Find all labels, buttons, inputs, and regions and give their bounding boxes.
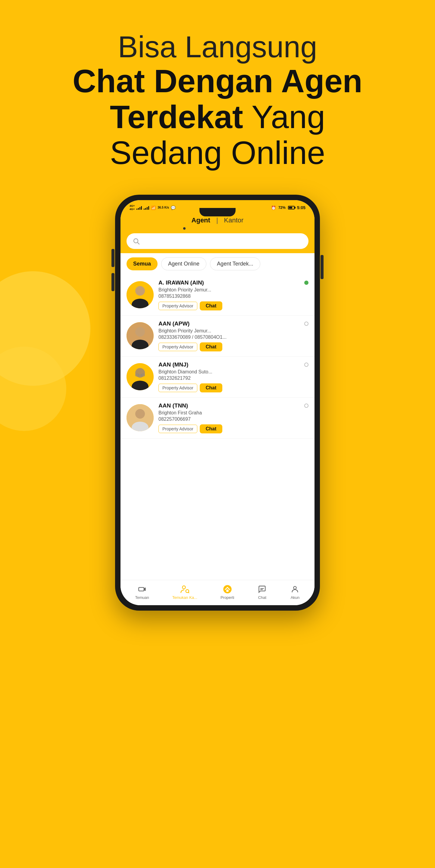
hero-line2: Chat Dengan Agen: [0, 63, 435, 99]
nav-label-temuan: Temuan: [135, 595, 149, 600]
svg-line-1: [138, 242, 139, 244]
network-info: 4G+ 4G+: [130, 204, 135, 211]
account-icon: [290, 584, 300, 594]
nav-label-properti: Properti: [221, 595, 234, 600]
nav-temuan[interactable]: Temuan: [135, 584, 149, 600]
svg-point-22: [223, 585, 232, 594]
nav-akun[interactable]: Akun: [290, 584, 300, 600]
search-bar[interactable]: [127, 233, 308, 249]
agent-branch: Brighton First Graha: [159, 410, 308, 415]
hero-line3-normal: Yang: [243, 98, 325, 135]
agent-name-row: AAN (TNN): [159, 402, 308, 409]
tab-active-indicator: [183, 227, 186, 230]
signal-bars-2: [144, 206, 149, 210]
status-left: 4G+ 4G+ 📶: [130, 204, 176, 211]
agent-info: AAN (TNN) Brighton First Graha 082257006…: [159, 402, 308, 433]
svg-rect-17: [139, 588, 144, 591]
role-badge: Property Advisor: [159, 343, 197, 351]
hero-line1: Bisa Langsung: [0, 30, 435, 63]
battery-percent: 72%: [278, 206, 286, 210]
agent-phone: 082333670089 / 08570804O1...: [159, 335, 308, 340]
role-badge: Property Advisor: [159, 425, 197, 433]
avatar: [127, 363, 154, 390]
agent-actions: Property Advisor Chat: [159, 383, 308, 393]
table-row: A. IRAWAN (AIN) Brighton Priority Jemur.…: [121, 275, 314, 315]
search-icon: [133, 238, 140, 245]
nav-label-akun: Akun: [291, 595, 300, 600]
battery-fill: [289, 207, 293, 209]
svg-point-19: [182, 586, 186, 589]
filter-semua[interactable]: Semua: [127, 257, 158, 270]
svg-point-26: [294, 587, 296, 589]
nav-label-temukan: Temukan Ka...: [172, 595, 197, 600]
filter-agent-terdekat[interactable]: Agent Terdek...: [210, 257, 260, 270]
hero-section: Bisa Langsung Chat Dengan Agen Terdekat …: [0, 0, 435, 189]
status-dot-online: [304, 281, 308, 285]
hero-line3-bold: Terdekat: [110, 98, 243, 135]
agent-info: A. IRAWAN (AIN) Brighton Priority Jemur.…: [159, 279, 308, 310]
wifi-icon: 📶: [151, 206, 156, 210]
agent-phone: 081232621792: [159, 375, 308, 381]
agent-name-row: AAN (MNJ): [159, 361, 308, 368]
status-dot-offline: [304, 363, 308, 367]
search-input[interactable]: [144, 239, 302, 244]
svg-line-21: [189, 592, 190, 593]
search-section: [121, 230, 314, 253]
video-icon: [137, 584, 147, 594]
tab-agent[interactable]: Agent: [192, 216, 210, 224]
agent-name: AAN (MNJ): [159, 361, 188, 368]
status-dot-offline: [304, 404, 308, 408]
agent-name: AAN (TNN): [159, 402, 188, 409]
agent-name: A. IRAWAN (AIN): [159, 279, 204, 286]
hero-line3: Terdekat Yang: [0, 99, 435, 135]
phone-mockup: 4G+ 4G+ 📶: [115, 195, 320, 611]
filter-agent-online[interactable]: Agent Online: [161, 257, 206, 270]
filter-chips: Semua Agent Online Agent Terdek...: [121, 253, 314, 275]
svg-point-3: [135, 286, 145, 296]
status-right: ⏰ 72% 5:05: [271, 205, 305, 210]
nav-temukan[interactable]: Temukan Ka...: [172, 584, 197, 600]
time-display: 5:05: [297, 205, 305, 210]
agent-name-row: A. IRAWAN (AIN): [159, 279, 308, 286]
agent-phone: 082257006697: [159, 416, 308, 422]
role-badge: Property Advisor: [159, 384, 197, 392]
chat-button[interactable]: Chat: [200, 342, 223, 351]
agent-list: A. IRAWAN (AIN) Brighton Priority Jemur.…: [121, 275, 314, 580]
hero-line4: Sedang Online: [0, 135, 435, 171]
avatar: [127, 281, 154, 308]
signal-bars: [136, 206, 142, 210]
chat-button[interactable]: Chat: [200, 301, 223, 310]
agent-info: AAN (MNJ) Brighton Diamond Suto... 08123…: [159, 361, 308, 393]
agent-branch: Brighton Priority Jemur...: [159, 328, 308, 334]
avatar: [127, 404, 154, 431]
agent-info: AAN (APW) Brighton Priority Jemur... 082…: [159, 320, 308, 351]
table-row: AAN (MNJ) Brighton Diamond Suto... 08123…: [121, 356, 314, 398]
agent-phone: 087851392868: [159, 293, 308, 299]
search-person-icon: [180, 584, 190, 594]
whatsapp-icon: 💬: [171, 206, 176, 210]
agent-actions: Property Advisor Chat: [159, 342, 308, 351]
phone-wrapper: 4G+ 4G+ 📶: [0, 195, 435, 611]
chat-button[interactable]: Chat: [200, 383, 223, 393]
nav-properti[interactable]: Properti: [221, 584, 234, 600]
nav-label-chat: Chat: [258, 595, 266, 600]
chat-button[interactable]: Chat: [200, 424, 223, 433]
phone-screen: 4G+ 4G+ 📶: [121, 200, 314, 605]
chat-icon: [257, 584, 267, 594]
app-tabs: Agent | Kantor: [121, 216, 314, 227]
tab-divider: |: [216, 216, 218, 224]
svg-rect-23: [226, 590, 229, 592]
phone-volume-button: [111, 273, 114, 291]
agent-name: AAN (APW): [159, 320, 190, 327]
svg-point-6: [135, 327, 145, 337]
table-row: AAN (TNN) Brighton First Graha 082257006…: [121, 398, 314, 438]
home-circle-icon: [223, 584, 232, 594]
avatar: [127, 322, 154, 349]
network-speed: 36.5 K/s: [158, 206, 169, 210]
svg-point-15: [135, 409, 145, 418]
battery-icon: [288, 206, 295, 210]
role-badge: Property Advisor: [159, 302, 197, 310]
tab-kantor[interactable]: Kantor: [224, 216, 244, 224]
agent-actions: Property Advisor Chat: [159, 301, 308, 310]
nav-chat[interactable]: Chat: [257, 584, 267, 600]
